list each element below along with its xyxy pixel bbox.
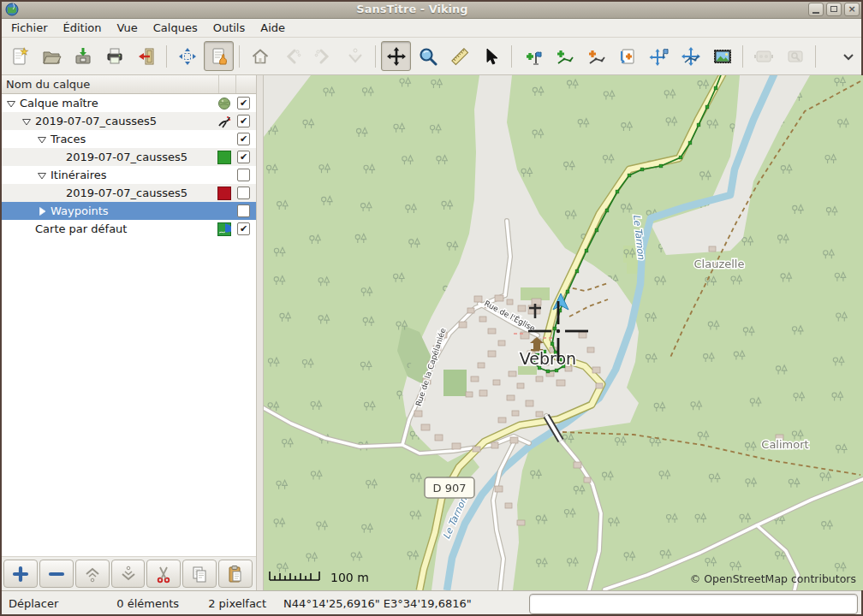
pan-viewport-icon[interactable] xyxy=(172,41,202,71)
layer-visibility-checkbox-tracks[interactable] xyxy=(237,133,250,145)
layer-row-trw-layer[interactable]: 2019-07-07_causses5 xyxy=(0,112,256,130)
layer-visibility-checkbox-master-layer[interactable] xyxy=(237,97,250,110)
home-icon[interactable] xyxy=(245,41,275,71)
quit-icon[interactable] xyxy=(131,41,161,71)
swatch-green-icon xyxy=(216,151,233,164)
toolbar-separator xyxy=(742,45,743,68)
main-area: Nom du calque Calque maître2019-07-07_ca… xyxy=(0,75,863,590)
tree-expander-icon[interactable] xyxy=(36,206,48,216)
swatch-red-icon xyxy=(216,187,233,200)
hamlet-label: Clauzelle xyxy=(694,258,745,270)
layer-row-track-2019-07-07[interactable]: 2019-07-07_causses5 xyxy=(0,148,256,166)
layer-paste-button[interactable] xyxy=(218,560,253,588)
statusbar: Déplacer 0 éléments 2 pixelfact N44°14'2… xyxy=(0,590,863,616)
layer-row-waypoints[interactable]: Waypoints xyxy=(0,202,256,220)
tree-expander-icon[interactable] xyxy=(5,98,17,109)
new-document-icon[interactable]: ★ xyxy=(4,41,34,71)
save-icon[interactable] xyxy=(68,41,98,71)
layers-toolbar xyxy=(0,556,256,590)
layer-visibility-checkbox-default-map[interactable] xyxy=(237,222,250,235)
panel-splitter[interactable] xyxy=(257,75,264,590)
new-track-tool-icon[interactable] xyxy=(549,41,579,71)
layer-visibility-checkbox-trw-layer[interactable] xyxy=(237,115,250,127)
menu-vue[interactable]: Vue xyxy=(109,20,145,36)
menu-calques[interactable]: Calques xyxy=(146,20,205,36)
layer-row-default-map[interactable]: Carte par défaut xyxy=(0,220,256,238)
toolbar-separator xyxy=(239,45,240,68)
layer-row-route-2019-07-07[interactable]: 2019-07-07_causses5 xyxy=(0,184,256,202)
open-folder-icon[interactable] xyxy=(36,41,66,71)
toolbar-separator xyxy=(375,45,376,68)
overflow-chevron-icon[interactable] xyxy=(837,45,860,68)
layer-label-master-layer: Calque maître xyxy=(20,97,98,110)
status-coordinates: N44°14'25,6916" E3°34'19,6816" xyxy=(283,597,472,610)
menu-aide[interactable]: Aide xyxy=(253,20,293,36)
layer-add-button[interactable] xyxy=(3,560,38,588)
map-search-tool-icon[interactable] xyxy=(780,41,810,71)
tree-expander-icon[interactable] xyxy=(36,170,48,181)
layer-move-up-button[interactable] xyxy=(75,560,110,588)
toolbar-separator xyxy=(815,45,816,68)
download-go-icon[interactable] xyxy=(340,41,370,71)
show-picture-tool-icon[interactable] xyxy=(707,41,737,71)
menu-fichier[interactable]: Fichier xyxy=(3,20,56,36)
layers-column-header[interactable]: Nom du calque xyxy=(0,75,256,94)
layer-row-tracks[interactable]: Traces xyxy=(0,130,256,148)
road-ref-shield: D 907 xyxy=(425,477,474,498)
layer-move-down-button[interactable] xyxy=(111,560,146,588)
titlebar: SansTitre - Viking × xyxy=(0,0,863,19)
layer-remove-button[interactable] xyxy=(39,560,74,588)
viking-app-icon xyxy=(5,3,19,16)
layer-label-route-2019-07-07: 2019-07-07_causses5 xyxy=(66,187,187,199)
new-route-tool-icon[interactable] xyxy=(580,41,610,71)
menu-edition[interactable]: Édition xyxy=(56,20,110,36)
draw-mode-icon[interactable] xyxy=(204,41,234,71)
layer-visibility-checkbox-routes[interactable] xyxy=(237,169,250,181)
road-ref-label: D 907 xyxy=(433,482,467,495)
layer-label-tracks: Traces xyxy=(51,133,86,145)
layer-row-routes[interactable]: Itinéraires xyxy=(0,166,256,184)
select-tool-icon[interactable] xyxy=(476,41,506,71)
status-tool: Déplacer xyxy=(9,597,58,610)
pan-tool-icon[interactable] xyxy=(381,41,411,71)
map-green-patch xyxy=(443,370,467,396)
maximize-button[interactable] xyxy=(826,3,842,16)
zoom-tool-icon[interactable] xyxy=(413,41,443,71)
toolbar: ★ xyxy=(0,38,863,75)
layer-visibility-checkbox-route-2019-07-07[interactable] xyxy=(237,187,250,199)
svg-text:★: ★ xyxy=(20,46,28,57)
edit-trackpoint-tool-icon[interactable] xyxy=(676,41,705,71)
print-icon[interactable] xyxy=(99,41,129,71)
map-icon xyxy=(216,222,233,236)
edit-waypoint-tool-icon[interactable] xyxy=(644,41,674,71)
layer-visibility-checkbox-waypoints[interactable] xyxy=(237,204,250,217)
hamlet-label: Calimort xyxy=(761,438,808,451)
back-icon[interactable] xyxy=(277,41,307,71)
layer-cut-button[interactable] xyxy=(146,560,181,588)
viking-window: SansTitre - Viking × FichierÉditionVueCa… xyxy=(0,0,863,616)
forward-icon[interactable] xyxy=(308,41,338,71)
layers-header-check-col xyxy=(235,75,256,93)
minimize-button[interactable] xyxy=(808,3,824,16)
layer-label-routes: Itinéraires xyxy=(51,169,107,181)
layer-row-master-layer[interactable]: Calque maître xyxy=(0,94,256,112)
status-zoom-factor: 2 pixelfact xyxy=(208,597,266,610)
tree-expander-icon[interactable] xyxy=(36,134,48,145)
new-waypoint-tool-icon[interactable] xyxy=(517,41,547,71)
map-canvas[interactable]: Vebron Clauzelle Calimort Le Tarnon Le T… xyxy=(264,75,863,590)
layer-copy-button[interactable] xyxy=(182,560,217,588)
status-message-entry xyxy=(529,594,858,614)
map-download-tool-icon[interactable] xyxy=(748,41,778,71)
layer-visibility-checkbox-track-2019-07-07[interactable] xyxy=(237,151,250,163)
insert-point-tool-icon[interactable] xyxy=(612,41,642,71)
town-label: Vebron xyxy=(520,349,576,368)
ruler-tool-icon[interactable] xyxy=(444,41,474,71)
layer-label-waypoints: Waypoints xyxy=(51,204,109,217)
gps-icon xyxy=(216,115,233,128)
toolbar-separator xyxy=(166,45,167,68)
layer-label-default-map: Carte par défaut xyxy=(35,222,127,235)
menu-outils[interactable]: Outils xyxy=(205,20,253,36)
layer-label-track-2019-07-07: 2019-07-07_causses5 xyxy=(66,151,187,163)
close-button[interactable]: × xyxy=(844,3,860,16)
tree-expander-icon[interactable] xyxy=(21,116,33,127)
